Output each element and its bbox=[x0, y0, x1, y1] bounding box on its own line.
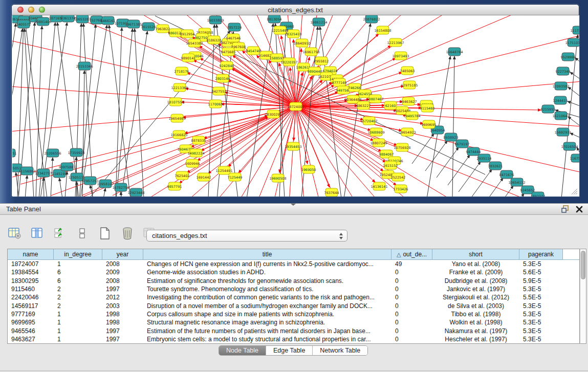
graph-node[interactable]: 19495784 bbox=[403, 112, 420, 120]
cell-pagerank[interactable]: 5.3E-5 bbox=[519, 310, 563, 318]
graph-node[interactable]: 8938923 bbox=[444, 133, 459, 141]
cell-in_degree[interactable]: 1 bbox=[54, 310, 102, 318]
graph-node[interactable]: 12213967 bbox=[387, 38, 404, 47]
graph-node[interactable]: 14982224 bbox=[187, 149, 204, 157]
cell-title[interactable]: Corpus callosum shape and size in male p… bbox=[143, 310, 391, 318]
graph-node[interactable]: 12975185 bbox=[401, 81, 418, 89]
cell-pagerank[interactable]: 5.5E-5 bbox=[519, 293, 563, 301]
graph-node[interactable]: 17957253 bbox=[81, 177, 98, 185]
cell-in_degree[interactable]: 6 bbox=[54, 268, 102, 276]
graph-node[interactable]: 18107553 bbox=[167, 98, 184, 106]
cell-pagerank[interactable]: 5.3E-5 bbox=[519, 301, 563, 310]
graph-node[interactable]: 2516051 bbox=[12, 149, 16, 157]
cell-title[interactable]: Tourette syndrome. Phenomenology and cla… bbox=[143, 285, 391, 293]
graph-node[interactable]: 2522542 bbox=[391, 173, 406, 181]
cell-year[interactable]: 2003 bbox=[102, 301, 143, 310]
cell-pagerank[interactable]: 5.3E-5 bbox=[519, 285, 563, 293]
cell-out_de[interactable]: 0 bbox=[391, 326, 432, 335]
table-row[interactable]: 2242004622012Investigating the contribut… bbox=[8, 293, 579, 301]
cell-name[interactable]: 9115460 bbox=[8, 285, 54, 293]
table-row[interactable]: 1872400712008Changes of HCN gene express… bbox=[8, 260, 579, 268]
graph-node[interactable]: 16033809 bbox=[207, 16, 224, 24]
cell-title[interactable]: Disruption of a novel member of a sodium… bbox=[143, 301, 391, 310]
graph-node[interactable]: 18807249 bbox=[370, 139, 387, 147]
graph-node[interactable]: 20153346 bbox=[76, 62, 93, 70]
graph-node[interactable]: 7857224 bbox=[227, 23, 242, 31]
graph-node[interactable]: 20876822 bbox=[363, 15, 380, 23]
graph-node[interactable]: 6679197 bbox=[455, 140, 470, 148]
cell-short[interactable]: Yano et al. (2008) bbox=[432, 260, 519, 268]
cell-year[interactable]: 2008 bbox=[102, 277, 143, 285]
graph-node[interactable]: 19654923 bbox=[399, 128, 416, 136]
graph-node[interactable]: 19690508 bbox=[269, 174, 286, 182]
cell-in_degree[interactable]: 6 bbox=[54, 277, 102, 285]
graph-node[interactable]: 9890141 bbox=[181, 54, 196, 62]
graph-node[interactable]: 9227349 bbox=[556, 67, 571, 75]
graph-node[interactable]: 10688609 bbox=[367, 128, 384, 136]
graph-node[interactable]: 9475685 bbox=[221, 48, 236, 56]
graph-node[interactable]: 1691442 bbox=[197, 173, 211, 181]
graph-node[interactable]: 1892344 bbox=[531, 192, 546, 196]
table-settings-icon[interactable] bbox=[7, 226, 23, 240]
cell-in_degree[interactable]: 1 bbox=[54, 318, 102, 326]
cell-pagerank[interactable]: 5.3E-5 bbox=[519, 326, 563, 335]
graph-node[interactable]: 10654112 bbox=[508, 178, 525, 186]
graph-node[interactable]: 18220357 bbox=[280, 58, 297, 66]
cell-in_degree[interactable]: 2 bbox=[54, 285, 102, 293]
graph-node[interactable]: 11156863 bbox=[18, 167, 35, 175]
cell-name[interactable]: 19384554 bbox=[8, 268, 54, 276]
cell-title[interactable]: Embryonic stem cells: a model to study s… bbox=[143, 335, 391, 343]
cell-name[interactable]: 9465546 bbox=[8, 326, 54, 335]
graph-node[interactable]: 11172964 bbox=[570, 26, 579, 34]
table-row[interactable]: 969969511998Structural magnetic resonanc… bbox=[8, 318, 579, 326]
cell-name[interactable]: 22420046 bbox=[8, 293, 54, 301]
graph-node[interactable]: 1167533 bbox=[570, 154, 579, 162]
cell-name[interactable]: 18724007 bbox=[8, 260, 54, 268]
graph-node[interactable]: 14136141 bbox=[371, 182, 387, 190]
splitter-collapse-handle[interactable] bbox=[290, 203, 296, 206]
cell-out_de[interactable]: 0 bbox=[391, 301, 432, 310]
float-panel-icon[interactable] bbox=[561, 205, 570, 213]
select-columns-icon[interactable] bbox=[30, 226, 45, 240]
graph-node[interactable]: 19654983 bbox=[168, 114, 185, 122]
tab-edge-table[interactable]: Edge Table bbox=[266, 346, 313, 355]
cell-in_degree[interactable]: 2 bbox=[54, 293, 102, 301]
table-row[interactable]: 1456911722003Disruption of a novel membe… bbox=[8, 301, 579, 310]
cell-pagerank[interactable]: 5.3E-5 bbox=[519, 260, 563, 268]
graph-node[interactable]: 1244415 bbox=[553, 96, 568, 104]
cell-name[interactable]: 9463627 bbox=[8, 335, 54, 343]
column-header-pagerank[interactable]: pagerank bbox=[519, 249, 563, 259]
graph-node[interactable]: 7832621 bbox=[488, 162, 503, 170]
graph-node[interactable]: 12923448 bbox=[127, 188, 144, 196]
table-row[interactable]: 1830029562008Estimation of significance … bbox=[8, 277, 579, 285]
cell-name[interactable]: 18300295 bbox=[8, 277, 54, 285]
graph-node[interactable]: 10653287 bbox=[74, 15, 91, 23]
graph-node[interactable]: 18724007 bbox=[287, 102, 304, 111]
cell-short[interactable]: Jankovic et al. (1997) bbox=[432, 285, 519, 293]
table-row[interactable]: 1938455462009Genome-wide association stu… bbox=[8, 268, 579, 276]
graph-node[interactable]: 2718176 bbox=[175, 67, 189, 75]
cell-title[interactable]: Estimation of significance thresholds fo… bbox=[143, 277, 391, 285]
graph-node[interactable]: 15751074 bbox=[565, 38, 579, 47]
cell-name[interactable]: 9777169 bbox=[8, 310, 54, 318]
column-header-year[interactable]: year bbox=[102, 249, 143, 259]
cell-short[interactable]: Tibbo et al. (1998) bbox=[432, 310, 519, 318]
cell-short[interactable]: Stergiakouli et al. (2012) bbox=[432, 293, 519, 301]
graph-node[interactable]: 9242848 bbox=[220, 61, 234, 70]
scrollbar-thumb[interactable] bbox=[581, 251, 585, 279]
cell-year[interactable]: 1998 bbox=[102, 318, 143, 326]
graph-node[interactable]: 8215955 bbox=[541, 105, 556, 113]
graph-node[interactable]: 5467546 bbox=[226, 34, 241, 42]
graph-node[interactable]: 12213365 bbox=[171, 83, 188, 92]
table-row[interactable]: 977716911998Corpus callosum shape and si… bbox=[8, 310, 579, 318]
cell-pagerank[interactable]: 5.3E-5 bbox=[519, 335, 563, 343]
graph-node[interactable]: 2803144 bbox=[215, 74, 230, 82]
graph-node[interactable]: 7637644 bbox=[324, 188, 339, 196]
cell-out_de[interactable]: 0 bbox=[391, 293, 432, 301]
graph-node[interactable]: 8471676 bbox=[499, 170, 514, 179]
graph-node[interactable]: 8878335 bbox=[191, 136, 206, 144]
cell-pagerank[interactable]: 5.9E-5 bbox=[519, 277, 563, 285]
cell-title[interactable]: Structural magnetic resonance image aver… bbox=[143, 318, 391, 326]
graph-node[interactable]: 9777169 bbox=[332, 78, 347, 86]
cell-in_degree[interactable]: 1 bbox=[54, 326, 102, 335]
